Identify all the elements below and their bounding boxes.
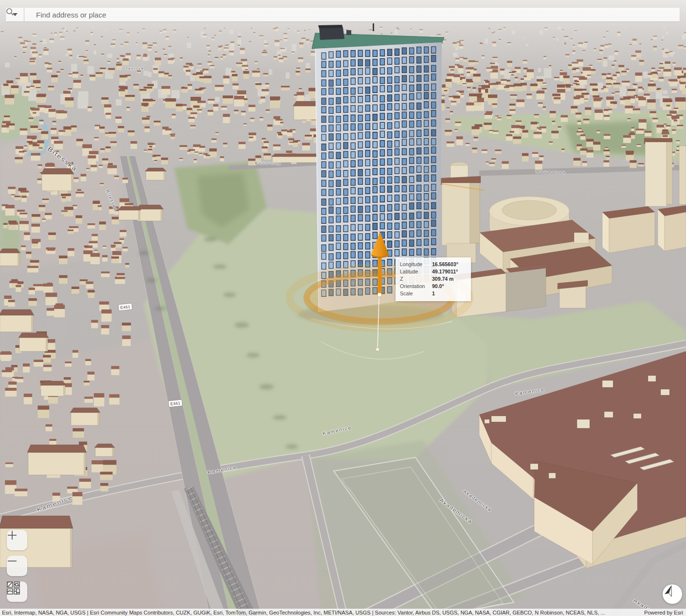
tooltip-value: 309.74 m — [432, 275, 453, 283]
tooltip-label: Z — [400, 275, 432, 283]
map-scene[interactable]: KameniceKameniceKameniceKameniceAkademic… — [0, 0, 686, 616]
zoom-in-button[interactable] — [7, 530, 27, 550]
tooltip-value: 16.565603° — [432, 261, 458, 268]
model-position-tooltip: Longitude16.565603° Latitude49.179011° Z… — [396, 257, 471, 301]
attribution-text: Esri, Intermap, NASA, NGA, USGS | Esri C… — [2, 610, 605, 616]
basemap-button[interactable] — [7, 581, 27, 602]
search-input[interactable] — [35, 7, 680, 22]
powered-by-esri: Powered by Esri — [644, 610, 683, 616]
plus-icon — [7, 530, 18, 541]
compass-needle-icon — [663, 584, 676, 598]
zoom-out-button[interactable] — [7, 556, 27, 576]
tooltip-value: 1 — [432, 290, 435, 297]
tooltip-value: 90.0° — [432, 283, 444, 290]
tooltip-label: Latitude — [400, 268, 432, 275]
search-bar — [6, 8, 680, 21]
attribution-bar: Esri, Intermap, NASA, NGA, USGS | Esri C… — [0, 609, 686, 616]
tooltip-label: Longitude — [400, 261, 432, 268]
basemap-grid-icon — [7, 581, 20, 595]
minus-icon — [7, 556, 18, 566]
tooltip-label: Scale — [400, 290, 432, 297]
tooltip-label: Orientation — [400, 283, 432, 290]
compass-button[interactable] — [663, 584, 682, 604]
tooltip-value: 49.179011° — [432, 268, 458, 275]
scene-canvas — [0, 0, 686, 616]
